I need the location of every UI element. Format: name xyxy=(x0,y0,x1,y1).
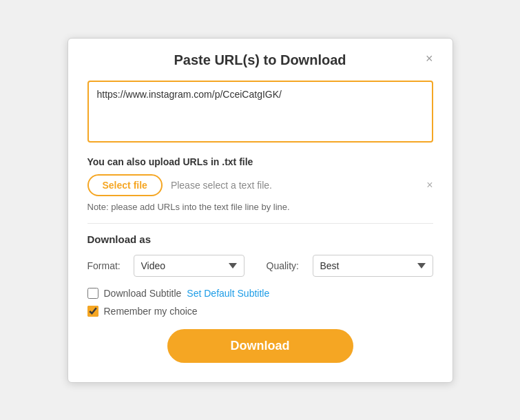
select-file-button[interactable]: Select file xyxy=(87,174,163,196)
subtitle-checkbox-label: Download Subtitle xyxy=(104,288,182,299)
remember-checkbox-row: Remember my choice xyxy=(87,306,433,317)
section-divider xyxy=(87,223,433,224)
quality-group: Quality: Best High Medium Low xyxy=(267,255,433,277)
download-as-label: Download as xyxy=(87,233,433,245)
file-clear-button[interactable]: × xyxy=(426,179,433,191)
file-placeholder-text: Please select a text file. xyxy=(171,180,418,191)
format-quality-row: Format: Video Audio Subtitle Quality: Be… xyxy=(87,255,433,277)
quality-select[interactable]: Best High Medium Low xyxy=(313,255,433,277)
dialog-title: Paste URL(s) to Download xyxy=(174,52,346,68)
main-dialog: Paste URL(s) to Download × You can also … xyxy=(67,38,453,383)
format-label: Format: xyxy=(87,260,125,271)
subtitle-checkbox-row: Download Subtitle Set Default Subtitle xyxy=(87,288,433,299)
quality-label: Quality: xyxy=(267,260,304,271)
set-default-subtitle-link[interactable]: Set Default Subtitle xyxy=(187,288,269,299)
format-select[interactable]: Video Audio Subtitle xyxy=(134,255,245,277)
upload-row: Select file Please select a text file. × xyxy=(87,174,433,196)
upload-section-label: You can also upload URLs in .txt file xyxy=(87,156,433,167)
remember-checkbox[interactable] xyxy=(87,306,98,317)
note-text: Note: please add URLs into the text file… xyxy=(87,202,433,212)
download-button[interactable]: Download xyxy=(167,329,353,363)
url-input[interactable] xyxy=(87,81,433,143)
remember-checkbox-label: Remember my choice xyxy=(104,306,198,317)
subtitle-checkbox[interactable] xyxy=(87,288,98,299)
close-button[interactable]: × xyxy=(426,52,433,65)
dialog-header: Paste URL(s) to Download × xyxy=(87,52,433,68)
